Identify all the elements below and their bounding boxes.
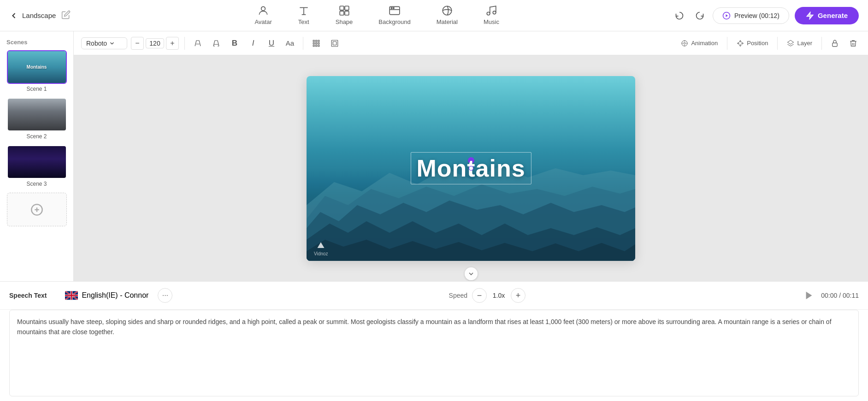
voice-selector[interactable]: English(IE) - Connor — [65, 291, 148, 300]
svg-rect-35 — [833, 43, 838, 47]
play-icon — [804, 290, 814, 301]
scene-thumb-3[interactable] — [7, 145, 67, 179]
case-label: Aa — [286, 39, 294, 47]
svg-rect-25 — [316, 42, 317, 44]
generate-icon — [806, 12, 814, 20]
delete-button[interactable] — [846, 36, 861, 51]
scenes-label: Scenes — [5, 39, 69, 46]
toolbar-right: Preview (00:12) Generate — [672, 7, 859, 24]
animation-button[interactable]: Animation — [677, 38, 721, 49]
collapse-panel-button[interactable] — [465, 267, 478, 280]
toolbar-item-text[interactable]: Text — [285, 1, 323, 30]
voice-name: English(IE) - Connor — [82, 291, 148, 300]
animation-label: Animation — [691, 40, 718, 47]
svg-point-12 — [443, 6, 452, 15]
speech-text-area — [0, 310, 868, 401]
shape-icon — [338, 5, 350, 17]
main-area: Scenes Montains Scene 1 Scene 2 — [0, 31, 868, 281]
animation-icon — [681, 40, 688, 47]
svg-point-33 — [684, 42, 685, 44]
uk-flag-svg — [65, 291, 78, 300]
toolbar-center: Avatar Text Shape — [82, 1, 672, 30]
avatar-icon — [257, 5, 269, 17]
canvas[interactable]: Montains Vidnoz — [307, 76, 635, 261]
text-label: Text — [298, 18, 309, 25]
pattern-icon — [312, 39, 320, 47]
font-size-control: − 120 + — [131, 37, 179, 50]
svg-rect-7 — [345, 11, 349, 15]
position-label: Position — [747, 40, 768, 47]
svg-point-0 — [261, 6, 266, 11]
voice-more-button[interactable]: ··· — [158, 288, 172, 303]
toolbar-item-music[interactable]: Music — [471, 1, 512, 30]
scene-item-2[interactable]: Scene 2 — [5, 98, 69, 140]
nav-back-button[interactable]: Landscape — [9, 10, 71, 21]
redo-button[interactable] — [692, 8, 707, 23]
undo-icon — [675, 11, 684, 20]
format-toolbar-right: Animation Position Layer — [677, 36, 861, 51]
svg-rect-24 — [313, 42, 314, 44]
font-size-increase[interactable]: + — [166, 37, 179, 50]
format-toolbar: Roboto − 120 + — [74, 31, 868, 55]
material-icon — [441, 5, 453, 17]
layer-button[interactable]: Layer — [783, 38, 816, 49]
scene-thumb-2[interactable] — [7, 98, 67, 131]
speech-textarea[interactable] — [9, 310, 859, 396]
svg-point-10 — [391, 7, 392, 9]
speed-decrease-button[interactable]: − — [472, 288, 487, 303]
pattern-button[interactable] — [309, 36, 324, 51]
back-icon — [9, 11, 18, 20]
case-button[interactable]: Aa — [283, 36, 297, 51]
underline-button[interactable]: U — [264, 36, 279, 51]
add-scene-button[interactable] — [7, 193, 67, 226]
toolbar-item-background[interactable]: Background — [366, 1, 423, 30]
flag-icon — [65, 291, 78, 300]
canvas-logo: Vidnoz — [314, 241, 328, 256]
bold-button[interactable]: B — [227, 36, 242, 51]
speed-section: Speed − 1.0x + — [449, 288, 526, 303]
preview-button[interactable]: Preview (00:12) — [713, 7, 789, 24]
chevron-down-icon — [109, 40, 115, 47]
layer-label: Layer — [797, 40, 812, 47]
lock-button[interactable] — [827, 36, 842, 51]
position-button[interactable]: Position — [733, 38, 772, 49]
svg-marker-17 — [807, 12, 813, 19]
toolbar-item-shape[interactable]: Shape — [323, 1, 366, 30]
position-icon — [737, 40, 744, 47]
bottom-panel: Speech Text English(IE) - Connor ··· Spe… — [0, 281, 868, 401]
speed-increase-button[interactable]: + — [511, 288, 526, 303]
svg-rect-26 — [318, 42, 319, 44]
font-size-decrease[interactable]: − — [131, 37, 144, 50]
italic-button[interactable]: I — [246, 36, 260, 51]
text-style-serif[interactable] — [190, 36, 205, 51]
speed-value: 1.0x — [490, 292, 507, 299]
edit-title-icon[interactable] — [61, 10, 71, 21]
add-scene-item[interactable] — [5, 193, 69, 226]
svg-point-11 — [393, 7, 395, 9]
sidebar: Scenes Montains Scene 1 Scene 2 — [0, 31, 74, 281]
scene-item-3[interactable]: Scene 3 — [5, 145, 69, 187]
text-style-alt[interactable] — [209, 36, 224, 51]
generate-button[interactable]: Generate — [795, 7, 859, 24]
background-label: Background — [378, 18, 410, 25]
play-button[interactable] — [802, 288, 816, 303]
toolbar-item-avatar[interactable]: Avatar — [242, 1, 284, 30]
music-label: Music — [484, 18, 499, 25]
underline-label: U — [269, 39, 274, 48]
bold-label: B — [232, 39, 237, 48]
divider-5 — [821, 37, 822, 50]
toolbar-item-material[interactable]: Material — [424, 1, 471, 30]
scene-3-label: Scene 3 — [26, 181, 47, 187]
scene-thumb-1[interactable]: Montains — [7, 50, 67, 84]
frame-button[interactable] — [327, 36, 342, 51]
scene-item-1[interactable]: Montains Scene 1 — [5, 50, 69, 92]
chevron-down-icon — [467, 270, 475, 277]
text-icon — [298, 5, 310, 17]
redo-icon — [695, 11, 704, 20]
font-family-select[interactable]: Roboto — [81, 37, 127, 49]
divider-4 — [777, 37, 778, 50]
svg-rect-5 — [345, 6, 349, 10]
resize-handle-br[interactable] — [469, 166, 473, 171]
font-size-value: 120 — [146, 38, 164, 48]
undo-button[interactable] — [672, 8, 687, 23]
